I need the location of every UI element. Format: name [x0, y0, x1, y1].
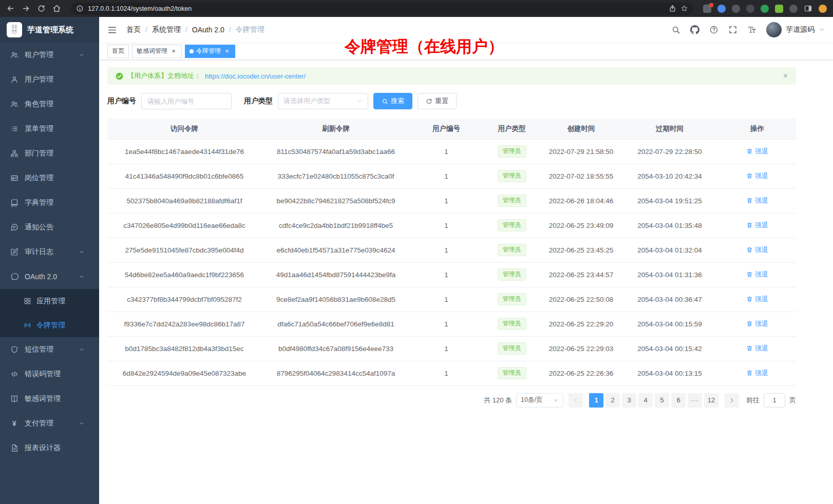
force-logout-button[interactable]: 强退	[746, 344, 768, 353]
app-logo[interactable]: 芋道管理系统	[0, 17, 99, 43]
user-type-select[interactable]: 请选择用户类型	[278, 93, 368, 109]
home-button[interactable]	[52, 4, 61, 13]
page-button[interactable]: 6	[671, 393, 686, 408]
cell-user-type: 管理员	[482, 139, 541, 164]
sidebar-item-sensitive-word[interactable]: 敏感词管理	[0, 386, 99, 411]
page-button[interactable]: 12	[704, 393, 718, 408]
extension-icon[interactable]	[703, 5, 711, 13]
sidebar-item-role[interactable]: 角色管理	[0, 92, 99, 117]
delete-icon	[746, 197, 753, 204]
page-button[interactable]: 4	[638, 393, 653, 408]
tree-icon	[10, 149, 18, 158]
more-pages-button[interactable]: ···	[688, 393, 702, 408]
sidebar-item-menu[interactable]: 菜单管理	[0, 117, 99, 141]
extension-icon[interactable]	[789, 5, 798, 13]
sidebar-item-error-code[interactable]: 错误码管理	[0, 362, 99, 386]
sidebar-item-dept[interactable]: 部门管理	[0, 141, 99, 166]
force-logout-button[interactable]: 强退	[746, 270, 768, 279]
sidebar-item-user[interactable]: 用户管理	[0, 67, 99, 92]
font-size-icon[interactable]	[747, 25, 756, 34]
sidebar-item-oauth2[interactable]: OAuth 2.0	[0, 264, 99, 289]
extension-icon[interactable]	[761, 5, 769, 13]
extension-icon[interactable]	[717, 5, 726, 13]
chevron-down-icon	[356, 98, 363, 104]
sidebar-item-post[interactable]: 岗位管理	[0, 166, 99, 190]
force-logout-button[interactable]: 强退	[746, 221, 768, 230]
sidebar-item-report[interactable]: 报表设计器	[0, 436, 99, 460]
page-button[interactable]: 5	[655, 393, 669, 408]
close-icon[interactable]: ×	[170, 48, 177, 55]
sidebar-item-audit-log[interactable]: 审计日志	[0, 240, 99, 264]
url-bar[interactable]: 127.0.0.1:1024/system/oauth2/token	[71, 3, 693, 15]
sidebar-item-label: 用户管理	[25, 75, 53, 84]
force-logout-button[interactable]: 强退	[746, 196, 768, 205]
cell-expire-time: 2054-03-04 00:13:15	[621, 361, 718, 385]
fullscreen-icon[interactable]	[728, 25, 737, 34]
user-type-badge: 管理员	[498, 318, 526, 330]
sidebar-item-sms[interactable]: 短信管理	[0, 337, 99, 362]
token-table-body: 1ea5e44f8bc1467aaede43144f31de76811c5304…	[107, 139, 796, 385]
book-icon	[10, 199, 18, 207]
tab-sensitive-word[interactable]: 敏感词管理×	[132, 45, 182, 58]
breadcrumb-item[interactable]: OAuth 2.0	[192, 26, 224, 34]
page-button[interactable]: 2	[605, 393, 620, 408]
breadcrumb-item[interactable]: 系统管理	[152, 25, 181, 34]
reload-button[interactable]	[37, 4, 46, 13]
bookmark-star-icon[interactable]	[680, 5, 688, 12]
user-type-label: 用户类型	[244, 96, 273, 106]
action-label: 强退	[755, 196, 768, 205]
tab-token[interactable]: 令牌管理×	[185, 45, 235, 58]
prev-page-button[interactable]	[569, 393, 583, 408]
tab-home[interactable]: 首页	[107, 45, 129, 58]
sidebar-item-dict[interactable]: 字典管理	[0, 190, 99, 215]
logo-image	[7, 22, 22, 37]
force-logout-button[interactable]: 强退	[746, 171, 768, 181]
browser-profile-avatar[interactable]	[819, 5, 827, 13]
next-page-button[interactable]	[725, 393, 739, 408]
force-logout-button[interactable]: 强退	[746, 295, 768, 304]
breadcrumb-item[interactable]: 首页	[126, 25, 141, 34]
breadcrumb: 首页/系统管理/OAuth 2.0/令牌管理	[126, 25, 264, 34]
goto-page-input[interactable]	[764, 393, 785, 408]
force-logout-button[interactable]: 强退	[746, 319, 768, 328]
help-icon[interactable]	[709, 25, 718, 34]
sidepanel-icon[interactable]	[804, 4, 812, 13]
forward-button[interactable]	[22, 4, 30, 13]
total-count: 共 120 条	[484, 396, 512, 405]
sidebar-item-oauth2-token[interactable]: 令牌管理	[0, 313, 99, 337]
user-name: 芋道源码	[786, 25, 815, 34]
cell-create-time: 2022-06-25 23:49:09	[541, 213, 621, 238]
user-id-input[interactable]	[141, 93, 232, 109]
cell-access-token: c347026e805e4d99b0d116eae66eda8c	[107, 213, 261, 238]
sidebar-item-oauth2-app[interactable]: 应用管理	[0, 289, 99, 313]
force-logout-button[interactable]: 强退	[746, 369, 768, 378]
action-label: 强退	[755, 344, 768, 353]
cell-refresh-token: 9ce8ef2aa9f14056b831ae9b608e28d5	[261, 287, 410, 312]
collapse-sidebar-icon[interactable]	[107, 25, 117, 35]
back-button[interactable]	[6, 4, 15, 13]
search-icon[interactable]	[671, 25, 680, 34]
cell-access-token: 1ea5e44f8bc1467aaede43144f31de76	[107, 139, 261, 164]
share-icon[interactable]	[669, 5, 676, 12]
sidebar-item-notice[interactable]: 通知公告	[0, 215, 99, 240]
close-icon[interactable]: ×	[223, 48, 231, 55]
force-logout-button[interactable]: 强退	[746, 245, 768, 255]
goto-label: 前往	[746, 396, 760, 405]
page-button[interactable]: 1	[589, 393, 603, 408]
column-header: 用户编号	[410, 119, 482, 139]
user-dropdown[interactable]: 芋道源码	[766, 22, 825, 37]
puzzle-extensions-icon[interactable]	[775, 5, 783, 13]
force-logout-button[interactable]: 强退	[746, 147, 768, 156]
alert-close-icon[interactable]: ×	[783, 72, 788, 80]
sidebar-item-tenant[interactable]: 租户管理	[0, 43, 99, 67]
doc-link[interactable]: https://doc.iocoder.cn/user-center/	[205, 72, 306, 80]
page-button[interactable]: 3	[622, 393, 636, 408]
reset-button[interactable]: 重置	[418, 93, 457, 109]
search-button[interactable]: 搜索	[373, 93, 412, 109]
extension-icon[interactable]	[732, 5, 740, 13]
github-icon[interactable]	[690, 25, 699, 34]
site-info-icon[interactable]	[76, 5, 84, 12]
page-size-select[interactable]: 10条/页	[516, 393, 563, 408]
sidebar-item-pay[interactable]: ¥支付管理	[0, 411, 99, 436]
extension-icon[interactable]	[746, 5, 754, 13]
